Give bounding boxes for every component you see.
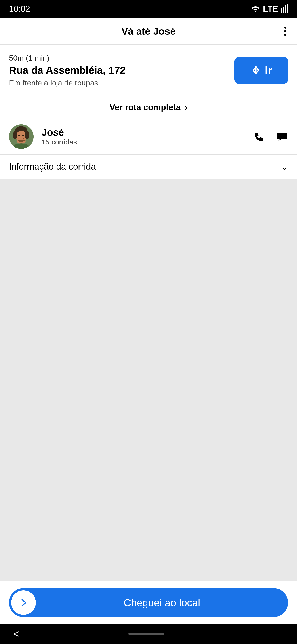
- svg-point-9: [13, 131, 17, 139]
- svg-point-11: [18, 134, 20, 136]
- driver-section: José 15 corridas: [0, 119, 297, 154]
- route-address: Rua da Assembléia, 172: [9, 64, 228, 76]
- more-options-button[interactable]: [283, 25, 288, 38]
- arrived-label: Cheguei ao local: [36, 596, 288, 609]
- ride-info-title: Informação da corrida: [9, 162, 96, 172]
- status-time: 10:02: [9, 4, 30, 14]
- bottom-section: Cheguei ao local: [0, 582, 297, 624]
- driver-rides: 15 corridas: [41, 138, 246, 146]
- avatar: [9, 124, 33, 149]
- driver-name: José: [41, 127, 246, 138]
- avatar-image: [9, 124, 33, 149]
- full-route-button[interactable]: Ver rota completa ›: [0, 96, 297, 119]
- go-button[interactable]: Ir: [234, 57, 288, 84]
- svg-rect-1: [281, 8, 282, 13]
- svg-rect-3: [285, 5, 286, 13]
- nav-bar: <: [0, 624, 297, 644]
- wifi-icon: [251, 5, 260, 13]
- message-button[interactable]: [277, 131, 288, 142]
- route-note: Em frente à loja de roupas: [9, 78, 228, 87]
- navigation-icon: [250, 64, 262, 77]
- back-button[interactable]: <: [13, 628, 19, 640]
- status-bar: 10:02 LTE: [0, 0, 297, 18]
- chevron-down-icon: ⌄: [281, 162, 288, 172]
- call-button[interactable]: [254, 131, 265, 142]
- status-icons: LTE: [251, 4, 288, 14]
- svg-point-0: [255, 10, 256, 12]
- svg-rect-4: [287, 4, 288, 13]
- map-view[interactable]: [0, 179, 297, 582]
- menu-dot: [284, 30, 286, 32]
- svg-point-10: [25, 131, 29, 139]
- header: Vá até José: [0, 18, 297, 45]
- home-indicator: [128, 633, 164, 635]
- ride-info-section[interactable]: Informação da corrida ⌄: [0, 154, 297, 179]
- signal-icon: [281, 4, 288, 14]
- driver-actions: [254, 131, 288, 142]
- lte-label: LTE: [263, 4, 278, 14]
- full-route-label: Ver rota completa: [109, 103, 181, 112]
- driver-info: José 15 corridas: [41, 127, 246, 146]
- route-info: 50m (1 min) Rua da Assembléia, 172 Em fr…: [9, 54, 228, 87]
- route-time-distance: 50m (1 min): [9, 54, 228, 62]
- go-button-label: Ir: [265, 64, 272, 77]
- svg-point-12: [22, 134, 24, 136]
- svg-rect-2: [283, 7, 284, 13]
- chevron-right-icon: ›: [185, 103, 188, 112]
- arrived-slider-handle: [11, 590, 36, 615]
- menu-dot: [284, 34, 286, 36]
- menu-dot: [284, 26, 286, 28]
- header-title: Vá até José: [121, 26, 175, 37]
- arrived-button[interactable]: Cheguei ao local: [9, 588, 288, 617]
- route-section: 50m (1 min) Rua da Assembléia, 172 Em fr…: [0, 45, 297, 96]
- svg-rect-15: [277, 132, 287, 139]
